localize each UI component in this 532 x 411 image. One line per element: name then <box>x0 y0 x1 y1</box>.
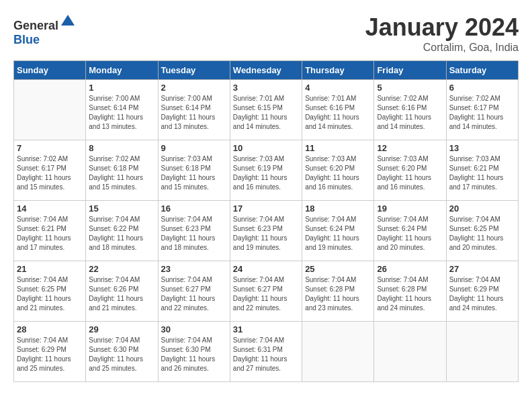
day-number: 14 <box>17 203 83 214</box>
day-info: Sunrise: 7:03 AMSunset: 6:19 PMDaylight:… <box>233 154 299 192</box>
calendar-cell: 7Sunrise: 7:02 AMSunset: 6:17 PMDaylight… <box>14 140 86 201</box>
calendar-week-row: 14Sunrise: 7:04 AMSunset: 6:21 PMDayligh… <box>14 201 519 261</box>
day-info: Sunrise: 7:00 AMSunset: 6:14 PMDaylight:… <box>89 94 154 132</box>
day-number: 21 <box>17 264 83 274</box>
calendar-cell <box>302 322 374 382</box>
day-number: 22 <box>89 264 154 274</box>
title-area: January 2024 Cortalim, Goa, India <box>365 13 519 54</box>
day-info: Sunrise: 7:03 AMSunset: 6:20 PMDaylight:… <box>305 154 371 192</box>
day-info: Sunrise: 7:04 AMSunset: 6:29 PMDaylight:… <box>449 275 515 313</box>
calendar-cell: 18Sunrise: 7:04 AMSunset: 6:24 PMDayligh… <box>302 201 374 261</box>
calendar-cell: 31Sunrise: 7:04 AMSunset: 6:31 PMDayligh… <box>230 322 302 382</box>
day-info: Sunrise: 7:01 AMSunset: 6:15 PMDaylight:… <box>233 94 299 132</box>
day-number: 27 <box>449 264 515 274</box>
calendar-cell: 25Sunrise: 7:04 AMSunset: 6:28 PMDayligh… <box>302 261 374 322</box>
day-number: 8 <box>89 143 154 153</box>
day-info: Sunrise: 7:04 AMSunset: 6:24 PMDaylight:… <box>377 215 443 253</box>
day-info: Sunrise: 7:04 AMSunset: 6:27 PMDaylight:… <box>233 275 299 313</box>
day-number: 11 <box>305 143 371 153</box>
day-info: Sunrise: 7:03 AMSunset: 6:18 PMDaylight:… <box>161 154 227 192</box>
weekday-header: Tuesday <box>158 61 230 80</box>
day-info: Sunrise: 7:04 AMSunset: 6:28 PMDaylight:… <box>305 275 371 313</box>
day-info: Sunrise: 7:02 AMSunset: 6:16 PMDaylight:… <box>377 94 443 132</box>
day-info: Sunrise: 7:01 AMSunset: 6:16 PMDaylight:… <box>305 94 371 132</box>
weekday-header: Sunday <box>14 61 86 80</box>
calendar-cell <box>14 80 86 140</box>
day-info: Sunrise: 7:00 AMSunset: 6:14 PMDaylight:… <box>161 94 227 132</box>
calendar-cell: 9Sunrise: 7:03 AMSunset: 6:18 PMDaylight… <box>158 140 230 201</box>
weekday-header: Wednesday <box>230 61 302 80</box>
day-number: 29 <box>89 324 154 334</box>
day-info: Sunrise: 7:04 AMSunset: 6:28 PMDaylight:… <box>377 275 443 313</box>
calendar-cell: 6Sunrise: 7:02 AMSunset: 6:17 PMDaylight… <box>446 80 518 140</box>
day-info: Sunrise: 7:04 AMSunset: 6:27 PMDaylight:… <box>161 275 227 313</box>
logo-icon <box>60 13 76 30</box>
calendar-week-row: 28Sunrise: 7:04 AMSunset: 6:29 PMDayligh… <box>14 322 519 382</box>
page-header: General Blue January 2024 Cortalim, Goa,… <box>13 13 519 54</box>
calendar-cell: 30Sunrise: 7:04 AMSunset: 6:30 PMDayligh… <box>158 322 230 382</box>
day-number: 3 <box>233 83 299 93</box>
calendar-cell: 22Sunrise: 7:04 AMSunset: 6:26 PMDayligh… <box>86 261 158 322</box>
calendar-cell <box>374 322 446 382</box>
day-info: Sunrise: 7:04 AMSunset: 6:21 PMDaylight:… <box>17 215 83 253</box>
calendar-week-row: 21Sunrise: 7:04 AMSunset: 6:25 PMDayligh… <box>14 261 519 322</box>
day-number: 23 <box>161 264 227 274</box>
calendar-cell: 3Sunrise: 7:01 AMSunset: 6:15 PMDaylight… <box>230 80 302 140</box>
calendar-cell: 15Sunrise: 7:04 AMSunset: 6:22 PMDayligh… <box>86 201 158 261</box>
day-number: 1 <box>89 83 154 93</box>
day-info: Sunrise: 7:04 AMSunset: 6:30 PMDaylight:… <box>89 336 154 373</box>
calendar-cell: 4Sunrise: 7:01 AMSunset: 6:16 PMDaylight… <box>302 80 374 140</box>
calendar-cell: 26Sunrise: 7:04 AMSunset: 6:28 PMDayligh… <box>374 261 446 322</box>
day-number: 13 <box>449 143 515 153</box>
calendar-cell: 13Sunrise: 7:03 AMSunset: 6:21 PMDayligh… <box>446 140 518 201</box>
calendar-cell: 27Sunrise: 7:04 AMSunset: 6:29 PMDayligh… <box>446 261 518 322</box>
calendar-cell: 21Sunrise: 7:04 AMSunset: 6:25 PMDayligh… <box>14 261 86 322</box>
day-number: 16 <box>161 203 227 214</box>
location-title: Cortalim, Goa, India <box>365 42 519 54</box>
calendar-cell: 16Sunrise: 7:04 AMSunset: 6:23 PMDayligh… <box>158 201 230 261</box>
day-number: 24 <box>233 264 299 274</box>
calendar-week-row: 1Sunrise: 7:00 AMSunset: 6:14 PMDaylight… <box>14 80 519 140</box>
day-number: 18 <box>305 203 371 214</box>
day-number: 4 <box>305 83 371 93</box>
calendar-cell: 23Sunrise: 7:04 AMSunset: 6:27 PMDayligh… <box>158 261 230 322</box>
day-info: Sunrise: 7:04 AMSunset: 6:25 PMDaylight:… <box>449 215 515 253</box>
weekday-header: Saturday <box>446 61 518 80</box>
calendar-table: SundayMondayTuesdayWednesdayThursdayFrid… <box>13 60 519 382</box>
weekday-header: Monday <box>86 61 158 80</box>
calendar-cell: 28Sunrise: 7:04 AMSunset: 6:29 PMDayligh… <box>14 322 86 382</box>
day-info: Sunrise: 7:02 AMSunset: 6:18 PMDaylight:… <box>89 154 154 192</box>
day-info: Sunrise: 7:03 AMSunset: 6:21 PMDaylight:… <box>449 154 515 192</box>
day-number: 26 <box>377 264 443 274</box>
calendar-cell: 12Sunrise: 7:03 AMSunset: 6:20 PMDayligh… <box>374 140 446 201</box>
day-info: Sunrise: 7:02 AMSunset: 6:17 PMDaylight:… <box>17 154 83 192</box>
day-number: 17 <box>233 203 299 214</box>
calendar-cell: 14Sunrise: 7:04 AMSunset: 6:21 PMDayligh… <box>14 201 86 261</box>
day-number: 5 <box>377 83 443 93</box>
logo-text: General Blue <box>13 13 76 47</box>
day-number: 2 <box>161 83 227 93</box>
weekday-header: Friday <box>374 61 446 80</box>
day-info: Sunrise: 7:02 AMSunset: 6:17 PMDaylight:… <box>449 94 515 132</box>
calendar-cell: 19Sunrise: 7:04 AMSunset: 6:24 PMDayligh… <box>374 201 446 261</box>
calendar-cell: 24Sunrise: 7:04 AMSunset: 6:27 PMDayligh… <box>230 261 302 322</box>
calendar-cell <box>446 322 518 382</box>
calendar-cell: 10Sunrise: 7:03 AMSunset: 6:19 PMDayligh… <box>230 140 302 201</box>
day-number: 30 <box>161 324 227 334</box>
calendar-cell: 2Sunrise: 7:00 AMSunset: 6:14 PMDaylight… <box>158 80 230 140</box>
day-number: 20 <box>449 203 515 214</box>
month-title: January 2024 <box>365 13 519 42</box>
day-info: Sunrise: 7:03 AMSunset: 6:20 PMDaylight:… <box>377 154 443 192</box>
day-info: Sunrise: 7:04 AMSunset: 6:25 PMDaylight:… <box>17 275 83 313</box>
day-number: 15 <box>89 203 154 214</box>
calendar-cell: 1Sunrise: 7:00 AMSunset: 6:14 PMDaylight… <box>86 80 158 140</box>
day-number: 9 <box>161 143 227 153</box>
day-number: 28 <box>17 324 83 334</box>
day-number: 6 <box>449 83 515 93</box>
day-info: Sunrise: 7:04 AMSunset: 6:23 PMDaylight:… <box>161 215 227 253</box>
svg-marker-0 <box>61 15 75 26</box>
calendar-cell: 29Sunrise: 7:04 AMSunset: 6:30 PMDayligh… <box>86 322 158 382</box>
logo-general: General <box>13 19 58 32</box>
day-info: Sunrise: 7:04 AMSunset: 6:23 PMDaylight:… <box>233 215 299 253</box>
day-number: 25 <box>305 264 371 274</box>
